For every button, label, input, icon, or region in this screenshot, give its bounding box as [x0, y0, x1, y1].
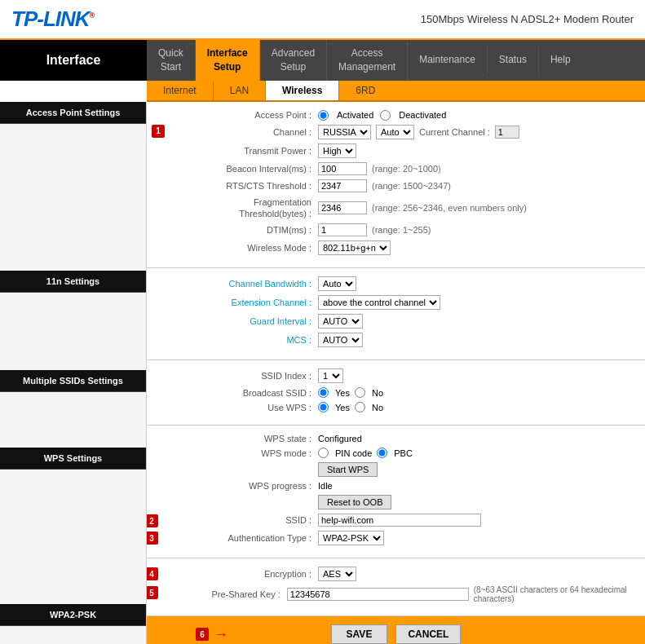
nav-sidebar: Interface: [0, 40, 147, 81]
pin-code-radio[interactable]: [318, 448, 329, 458]
pre-shared-hint: (8~63 ASCII characters or 64 hexadecimal…: [474, 585, 629, 603]
frag-input[interactable]: [318, 201, 367, 214]
sidebar-section-wps: WPS Settings: [0, 448, 146, 470]
channel-bw-select[interactable]: Auto: [318, 276, 356, 291]
rts-input[interactable]: [318, 179, 367, 192]
annotation-5: 5: [147, 586, 158, 599]
channel-label: Channel :: [163, 127, 318, 137]
pre-shared-label: Pre-Shared Key :: [163, 589, 287, 599]
extension-ch-label: Extension Channel :: [163, 298, 318, 307]
channel-bw-label: Channel Bandwidth :: [163, 279, 318, 289]
channel-select[interactable]: RUSSIA: [318, 125, 371, 139]
frag-label: FragmentationThreshold(bytes) :: [163, 196, 318, 220]
wps-state-value: Configured: [318, 434, 362, 443]
beacon-label: Beacon Interval(ms) :: [163, 164, 318, 174]
save-button[interactable]: SAVE: [331, 624, 388, 644]
pin-code-label: PIN code: [335, 448, 372, 458]
logo: TP-LINK®: [11, 7, 94, 32]
auth-type-label: Authentication Type :: [163, 533, 318, 543]
pbc-label: PBC: [394, 448, 413, 458]
subnav-6rd[interactable]: 6RD: [339, 81, 391, 100]
reset-oob-button[interactable]: Reset to OOB: [318, 495, 391, 509]
wps-no-radio[interactable]: [355, 402, 365, 412]
sidebar-section-wpa2: WPA2-PSK: [0, 604, 146, 626]
access-point-activated-radio[interactable]: [318, 110, 329, 121]
cancel-button[interactable]: CANCEL: [395, 624, 461, 644]
subnav-internet[interactable]: Internet: [147, 81, 214, 100]
annotation-1: 1: [152, 125, 165, 138]
subnav-wireless[interactable]: Wireless: [266, 81, 339, 100]
ssid-input[interactable]: [318, 514, 481, 527]
auth-type-select[interactable]: WPA2-PSK: [318, 531, 384, 545]
broadcast-no-label: No: [372, 388, 383, 398]
current-channel-label: Current Channel :: [419, 127, 490, 137]
pre-shared-input[interactable]: [287, 588, 469, 601]
activated-label: Activated: [337, 110, 373, 120]
encryption-select[interactable]: AES: [318, 567, 356, 581]
nav-item-status[interactable]: Status: [488, 46, 539, 73]
nav-item-maintenance[interactable]: Maintenance: [408, 46, 488, 73]
broadcast-yes-label: Yes: [335, 388, 350, 398]
nav-item-advanced-setup[interactable]: AdvancedSetup: [260, 40, 327, 81]
channel-auto-select[interactable]: Auto: [376, 125, 414, 139]
ssid-index-label: SSID Index :: [163, 371, 318, 381]
nav-item-quick-start[interactable]: QuickStart: [147, 40, 196, 81]
ssid-label: SSID :: [163, 515, 318, 525]
frag-range: (range: 256~2346, even numbers only): [372, 203, 527, 213]
annotation-4: 4: [147, 567, 158, 580]
pbc-radio[interactable]: [377, 448, 387, 458]
encryption-label: Encryption :: [163, 569, 318, 579]
annotation-3: 3: [147, 532, 158, 545]
dtim-label: DTIM(ms) :: [163, 225, 318, 235]
guard-interval-select[interactable]: AUTO: [318, 314, 363, 329]
guard-interval-label: Guard Interval :: [163, 316, 318, 326]
broadcast-ssid-label: Broadcast SSID :: [163, 388, 318, 398]
logo-reg: ®: [90, 11, 95, 20]
current-channel-input[interactable]: [495, 126, 519, 139]
wps-yes-label: Yes: [335, 403, 350, 412]
wps-mode-label: WPS mode :: [163, 448, 318, 458]
annotation-6: 6 →: [196, 626, 228, 643]
beacon-input[interactable]: [318, 162, 367, 175]
access-point-deactivated-radio[interactable]: [380, 110, 391, 121]
mcs-select[interactable]: AUTO: [318, 333, 363, 347]
start-wps-button[interactable]: Start WPS: [318, 462, 378, 477]
use-wps-label: Use WPS :: [163, 403, 318, 412]
ssid-index-select[interactable]: 1: [318, 368, 343, 383]
access-point-label: Access Point :: [163, 110, 318, 120]
mcs-label: MCS :: [163, 335, 318, 345]
wireless-mode-select[interactable]: 802.11b+g+n: [318, 240, 391, 255]
transmit-power-select[interactable]: High: [318, 143, 356, 158]
beacon-range: (range: 20~1000): [372, 164, 441, 174]
nav-item-access-management[interactable]: AccessManagement: [327, 40, 408, 81]
rts-label: RTS/CTS Threshold :: [163, 181, 318, 191]
broadcast-no-radio[interactable]: [355, 387, 365, 398]
extension-ch-select[interactable]: above the control channel: [318, 295, 440, 310]
wps-progress-value: Idle: [318, 481, 333, 491]
sidebar-section-multiple-ssids: Multiple SSIDs Settings: [0, 370, 146, 392]
wps-no-label: No: [372, 403, 383, 412]
broadcast-yes-radio[interactable]: [318, 387, 329, 398]
sidebar-section-11n: 11n Settings: [0, 271, 146, 293]
wireless-mode-label: Wireless Mode :: [163, 243, 318, 253]
transmit-power-label: Transmit Power :: [163, 146, 318, 156]
nav-item-interface-setup[interactable]: InterfaceSetup: [196, 40, 260, 81]
nav-item-help[interactable]: Help: [539, 46, 582, 73]
deactivated-label: Deactivated: [399, 110, 446, 120]
wps-state-label: WPS state :: [163, 434, 318, 443]
annotation-2: 2: [147, 514, 158, 527]
dtim-range: (range: 1~255): [372, 225, 431, 235]
device-name: 150Mbps Wireless N ADSL2+ Modem Router: [421, 13, 634, 25]
sidebar-section-access-point: Access Point Settings: [0, 102, 146, 124]
rts-range: (range: 1500~2347): [372, 181, 451, 191]
wps-yes-radio[interactable]: [318, 402, 329, 412]
wps-progress-label: WPS progress :: [163, 481, 318, 491]
subnav-lan[interactable]: LAN: [214, 81, 266, 100]
dtim-input[interactable]: [318, 223, 367, 236]
